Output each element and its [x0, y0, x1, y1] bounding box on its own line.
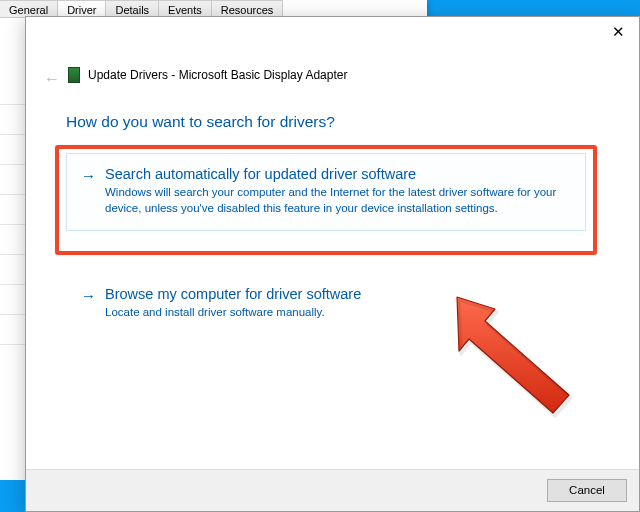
option-title: Browse my computer for driver software [105, 286, 569, 302]
option-desc: Locate and install driver software manua… [105, 305, 569, 321]
option-search-automatically[interactable]: → Search automatically for updated drive… [66, 153, 586, 231]
wizard-question: How do you want to search for drivers? [66, 113, 335, 131]
device-icon [68, 67, 80, 83]
arrow-right-icon: → [81, 287, 96, 304]
close-icon[interactable]: ✕ [603, 21, 633, 45]
dialog-footer: Cancel [26, 469, 639, 511]
dialog-title: Update Drivers - Microsoft Basic Display… [88, 68, 347, 82]
back-arrow-icon: ← [44, 71, 60, 87]
option-title: Search automatically for updated driver … [105, 166, 569, 182]
update-drivers-dialog: ✕ ← Update Drivers - Microsoft Basic Dis… [25, 16, 640, 512]
option-desc: Windows will search your computer and th… [105, 185, 569, 216]
option-browse-computer[interactable]: → Browse my computer for driver software… [66, 273, 586, 336]
cancel-button[interactable]: Cancel [547, 479, 627, 502]
arrow-right-icon: → [81, 167, 96, 184]
